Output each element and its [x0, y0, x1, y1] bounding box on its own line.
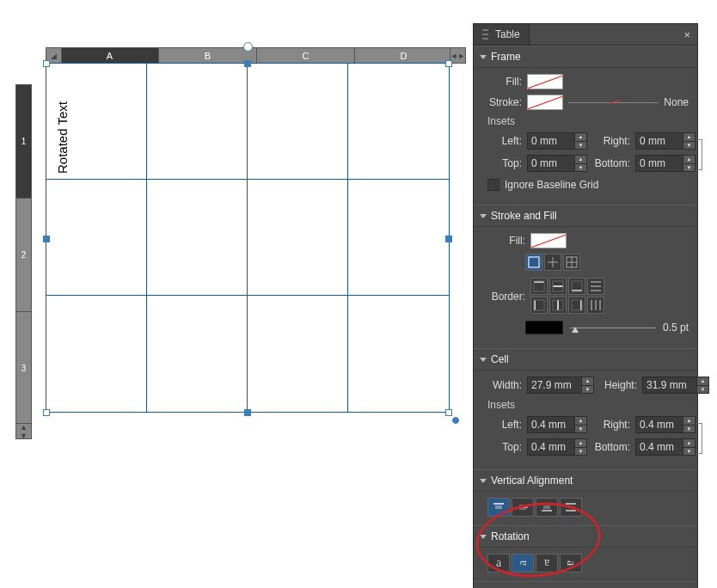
cell-d1[interactable]: [348, 64, 449, 180]
rotation-90[interactable]: a: [512, 554, 534, 573]
rotation-270[interactable]: a: [560, 554, 582, 573]
cell-a3[interactable]: [46, 296, 147, 412]
panel-grip-icon: [482, 29, 488, 40]
handle-br[interactable]: [445, 409, 452, 416]
valign-bottom[interactable]: [536, 498, 558, 517]
section-valign[interactable]: Vertical Alignment: [474, 469, 697, 492]
border-inner[interactable]: [544, 254, 561, 271]
cell-left-label: Left:: [487, 419, 527, 431]
panel-tab-table[interactable]: Table: [474, 24, 530, 45]
border-vmid[interactable]: [549, 297, 567, 314]
handle-bm[interactable]: [244, 409, 251, 416]
border-right[interactable]: [568, 297, 585, 314]
section-frame[interactable]: Frame: [474, 46, 697, 68]
cell-insets-label: Insets: [487, 399, 689, 411]
valign-justify[interactable]: [560, 498, 582, 517]
valign-middle[interactable]: [512, 498, 534, 517]
handle-tl[interactable]: [43, 60, 50, 67]
handle-ml[interactable]: [43, 236, 50, 242]
border-bottom[interactable]: [568, 278, 585, 295]
handle-mr[interactable]: [445, 236, 452, 242]
border-thickness-slider[interactable]: [570, 322, 656, 334]
bottom-label: Bottom:: [587, 157, 635, 169]
panel-close-button[interactable]: ×: [677, 28, 697, 41]
frame-inset-bottom-input[interactable]: ▲▼: [635, 155, 696, 172]
valign-header-label: Vertical Alignment: [491, 475, 573, 487]
cell-d3[interactable]: [348, 296, 449, 412]
border-all[interactable]: [563, 254, 580, 271]
column-headers[interactable]: A B C D: [60, 47, 453, 64]
border-label: Border:: [487, 291, 530, 303]
rotation-0[interactable]: a: [487, 554, 510, 573]
cell-a1[interactable]: Rotated Text: [46, 64, 147, 180]
cell-c1[interactable]: [248, 64, 348, 180]
stroke-style-picker[interactable]: [568, 96, 659, 108]
section-baseline-grid[interactable]: Baseline Grid: [474, 581, 697, 588]
link-insets-icon[interactable]: [696, 136, 704, 174]
col-hdr-d[interactable]: D: [355, 47, 453, 64]
cell-c2[interactable]: [248, 180, 348, 296]
col-hdr-b[interactable]: B: [159, 47, 257, 64]
cell-bottom-label: Bottom:: [587, 441, 635, 453]
frame-inset-top-input[interactable]: ▲▼: [527, 155, 587, 172]
cell-b1[interactable]: [147, 64, 248, 180]
cell-b3[interactable]: [147, 296, 248, 412]
col-hdr-c[interactable]: C: [257, 47, 355, 64]
chevron-down-icon: [480, 214, 487, 218]
cell-b2[interactable]: [147, 180, 248, 296]
link-cell-insets-icon[interactable]: [696, 420, 704, 457]
right-label: Right:: [587, 135, 635, 147]
rotation-handle[interactable]: [243, 42, 253, 52]
border-outline[interactable]: [525, 254, 542, 271]
handle-tm[interactable]: [244, 60, 251, 67]
stroke-label: Stroke:: [487, 96, 527, 108]
cell-inset-top-input[interactable]: ▲▼: [527, 438, 587, 456]
section-rotation[interactable]: Rotation: [474, 525, 697, 548]
row-hdr-2[interactable]: 2: [15, 199, 32, 312]
row-headers[interactable]: 1 2 3: [15, 84, 32, 426]
table-body[interactable]: Rotated Text: [46, 63, 450, 413]
section-cell[interactable]: Cell: [474, 348, 697, 371]
cell-right-label: Right:: [587, 419, 635, 431]
fill-label: Fill:: [487, 76, 527, 88]
handle-resize[interactable]: [452, 417, 459, 424]
frame-fill-swatch[interactable]: [527, 74, 563, 89]
border-hall[interactable]: [587, 278, 604, 295]
stroke-fill-header-label: Stroke and Fill: [491, 210, 557, 222]
ignore-baseline-checkbox[interactable]: [487, 179, 499, 191]
row-hdr-1[interactable]: 1: [15, 84, 32, 199]
frame-inset-right-input[interactable]: ▲▼: [635, 132, 696, 150]
cell-d2[interactable]: [348, 180, 449, 296]
cell-fill-swatch[interactable]: [530, 233, 567, 248]
border-left[interactable]: [530, 297, 548, 314]
border-hmid[interactable]: [549, 278, 567, 295]
cell-fill-label: Fill:: [487, 235, 530, 247]
frame-inset-left-input[interactable]: ▲▼: [527, 132, 587, 150]
frame-stroke-swatch[interactable]: [527, 95, 563, 110]
border-vall[interactable]: [587, 297, 604, 314]
handle-tr[interactable]: [445, 60, 452, 67]
row-resize-icon[interactable]: ▲▼: [15, 423, 32, 439]
rotation-180[interactable]: a: [536, 554, 558, 573]
row-hdr-3[interactable]: 3: [15, 312, 32, 426]
frame-header-label: Frame: [491, 51, 521, 63]
cell-c3[interactable]: [248, 296, 348, 412]
cell-a2[interactable]: [46, 180, 147, 296]
rotated-text: Rotated Text: [55, 101, 70, 174]
cell-inset-right-input[interactable]: ▲▼: [635, 416, 696, 433]
cell-inset-left-input[interactable]: ▲▼: [527, 416, 587, 433]
cell-width-input[interactable]: ▲▼: [527, 377, 594, 394]
top-label: Top:: [487, 157, 527, 169]
cell-inset-bottom-input[interactable]: ▲▼: [635, 438, 696, 456]
col-hdr-a[interactable]: A: [60, 47, 159, 64]
left-label: Left:: [487, 135, 527, 147]
chevron-down-icon: [480, 358, 487, 362]
section-stroke-and-fill[interactable]: Stroke and Fill: [474, 205, 697, 227]
panel-title-label: Table: [495, 28, 520, 40]
valign-top[interactable]: [487, 498, 510, 517]
border-color-chip[interactable]: [525, 321, 563, 334]
cell-height-input[interactable]: ▲▼: [642, 377, 709, 394]
border-top[interactable]: [530, 278, 548, 295]
rotation-header-label: Rotation: [491, 530, 530, 542]
handle-bl[interactable]: [43, 409, 50, 416]
